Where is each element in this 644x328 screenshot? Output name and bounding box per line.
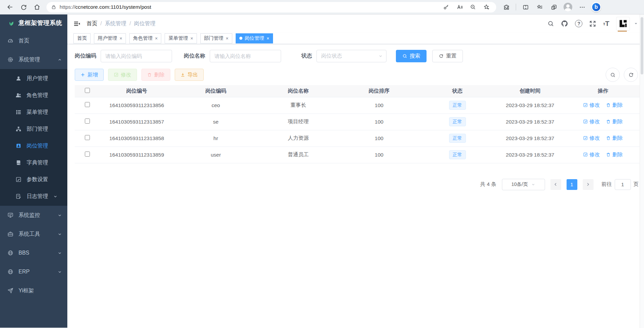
sidebar-item-dict-management[interactable]: 字典管理 [0, 154, 67, 171]
row-checkbox[interactable] [85, 152, 90, 157]
globe-icon [7, 250, 13, 256]
tab-close-icon[interactable]: × [120, 36, 122, 41]
delete-button[interactable]: 删除 [141, 69, 170, 81]
chevron-down-icon [58, 232, 62, 236]
row-checkbox[interactable] [85, 119, 90, 124]
sidebar-item-post-management[interactable]: 岗位管理 [0, 137, 67, 154]
browser-back-button[interactable] [4, 1, 16, 13]
goto-page-input[interactable] [615, 179, 631, 190]
sidebar-item-user-management[interactable]: 用户管理 [0, 70, 67, 87]
status-select[interactable]: 岗位状态 [316, 50, 386, 62]
tab-close-icon[interactable]: × [155, 36, 158, 41]
browser-refresh-button[interactable] [18, 1, 30, 13]
user-icon [15, 75, 22, 81]
browser-profile-button[interactable] [562, 1, 574, 13]
tags-view-bar: 首页 用户管理× 角色管理× 菜单管理× 部门管理× 岗位管理× [67, 33, 644, 44]
post-code-input[interactable] [101, 50, 172, 62]
row-edit-button[interactable]: 修改 [583, 151, 600, 158]
header-search-button[interactable] [547, 20, 554, 27]
github-link[interactable] [561, 20, 568, 27]
post-name-input[interactable] [210, 50, 281, 62]
help-button[interactable]: ? [575, 20, 582, 27]
browser-home-button[interactable] [31, 1, 43, 13]
tab-role-management[interactable]: 角色管理× [129, 33, 161, 43]
edit-icon [583, 103, 588, 107]
fullscreen-button[interactable] [589, 20, 596, 27]
breadcrumb: 首页 / 系统管理 / 岗位管理 [87, 20, 156, 27]
sidebar-item-home[interactable]: 首页 [0, 31, 67, 50]
collections-button[interactable] [534, 1, 546, 13]
users-icon [15, 92, 22, 98]
user-avatar[interactable] [616, 17, 630, 31]
next-page-button[interactable] [583, 179, 594, 190]
row-edit-button[interactable]: 修改 [583, 118, 600, 125]
page-scrollbar[interactable] [640, 14, 644, 328]
sidebar-collapse-button[interactable] [73, 20, 80, 27]
add-button[interactable]: 新增 [75, 69, 104, 81]
edit-icon [583, 152, 588, 157]
tab-actions-button[interactable] [548, 1, 560, 13]
sidebar-item-system-tools[interactable]: 系统工具 [0, 225, 67, 243]
read-aloud-icon [456, 4, 463, 10]
breadcrumb-post: 岗位管理 [134, 20, 156, 27]
row-delete-button[interactable]: 删除 [606, 151, 623, 158]
collections-icon [537, 4, 543, 10]
page-number-button[interactable]: 1 [567, 179, 577, 190]
goto-label: 前往 [602, 181, 612, 188]
prev-page-button[interactable] [550, 179, 561, 190]
sidebar-item-erp[interactable]: ERP [0, 262, 67, 281]
tab-close-icon[interactable]: × [190, 36, 193, 41]
add-favorite-button[interactable] [481, 2, 492, 12]
extensions-button[interactable] [500, 1, 512, 13]
export-button[interactable]: 导出 [175, 69, 204, 81]
pagination: 共 4 条 10条/页 1 前往 页 [75, 179, 639, 190]
row-checkbox[interactable] [85, 135, 90, 140]
search-button[interactable]: 搜索 [396, 50, 427, 62]
sidebar-item-system-management[interactable]: 系统管理 [0, 50, 67, 69]
password-key-button[interactable] [441, 2, 451, 12]
row-delete-button[interactable]: 删除 [606, 118, 623, 125]
split-screen-button[interactable] [519, 1, 532, 13]
tab-close-icon[interactable]: × [226, 36, 229, 41]
edit-button[interactable]: 修改 [108, 69, 137, 81]
reset-button[interactable]: 重置 [432, 50, 463, 62]
tab-post-management[interactable]: 岗位管理× [236, 33, 273, 43]
refresh-table-button[interactable] [624, 68, 638, 82]
tab-close-icon[interactable]: × [267, 36, 269, 41]
zoom-indicator-button[interactable] [468, 2, 478, 12]
row-edit-button[interactable]: 修改 [583, 102, 600, 109]
scrollbar-thumb[interactable] [641, 17, 643, 74]
col-post-sort: 岗位排序 [339, 85, 419, 97]
bing-copilot-button[interactable]: b [590, 1, 602, 13]
select-all-checkbox[interactable] [85, 88, 90, 93]
sidebar-item-bbs[interactable]: BBS [0, 243, 67, 262]
row-delete-button[interactable]: 删除 [606, 135, 623, 142]
tab-home[interactable]: 首页 [73, 33, 91, 43]
hamburger-icon [73, 20, 80, 27]
show-search-toggle-button[interactable] [606, 68, 620, 82]
row-edit-button[interactable]: 修改 [583, 135, 600, 142]
browser-menu-button[interactable] [576, 1, 588, 13]
font-size-button[interactable]: тT [603, 20, 609, 28]
row-checkbox[interactable] [85, 102, 90, 107]
row-delete-button[interactable]: 删除 [606, 102, 623, 109]
sidebar-item-role-management[interactable]: 角色管理 [0, 87, 67, 104]
read-aloud-button[interactable] [454, 2, 465, 12]
sidebar-item-dept-management[interactable]: 部门管理 [0, 121, 67, 137]
app-logo[interactable]: 意框架管理系统 [0, 14, 67, 31]
status-badge: 正常 [449, 150, 466, 159]
address-bar[interactable]: https://ccnetcore.com:1101/system/post [46, 2, 496, 12]
monitor-icon [7, 212, 13, 218]
avatar-caret-icon[interactable] [634, 22, 638, 26]
sidebar-item-menu-management[interactable]: 菜单管理 [0, 104, 67, 121]
sidebar-item-log-management[interactable]: 日志管理 [0, 188, 67, 205]
sidebar-item-param-settings[interactable]: 参数设置 [0, 171, 67, 188]
sidebar-item-yi-framework[interactable]: Yi框架 [0, 281, 67, 300]
tab-user-management[interactable]: 用户管理× [94, 33, 126, 43]
tab-dept-management[interactable]: 部门管理× [200, 33, 232, 43]
tab-menu-management[interactable]: 菜单管理× [165, 33, 197, 43]
sidebar-item-system-monitor[interactable]: 系统监控 [0, 206, 67, 225]
refresh-icon [21, 4, 27, 10]
page-size-select[interactable]: 10条/页 [502, 179, 545, 190]
breadcrumb-home[interactable]: 首页 [87, 20, 97, 27]
